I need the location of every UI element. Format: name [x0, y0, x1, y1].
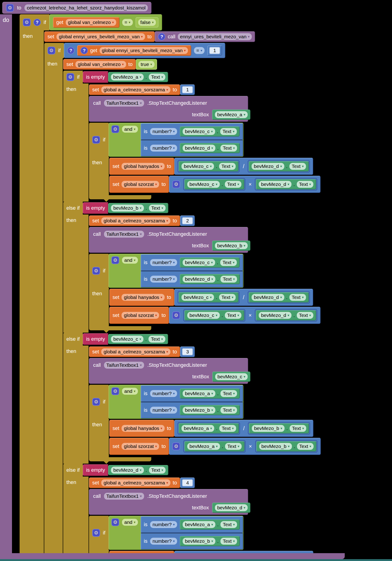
if-elseif-chain-block[interactable]: ⚙ if is empty bevMezo_a . Text — [63, 71, 321, 561]
component-property-block[interactable]: bevMezo_c . Text — [179, 292, 238, 302]
set-sorszama-block[interactable]: set global a_celmezo_sorszama to 4 — [89, 477, 195, 488]
component-property-block[interactable]: bevMezo_d . Text — [256, 310, 316, 320]
elseif-header[interactable]: else if — [63, 333, 83, 345]
variable-dropdown[interactable]: global ennyi_ures_beviteli_mezo_van — [56, 33, 145, 40]
inner-if-numbers-block[interactable]: ⚙ if ⚙ and — [89, 385, 321, 461]
gear-icon[interactable]: ⚙ — [66, 73, 74, 81]
component-property-block[interactable]: bevMezo_b . Text — [256, 441, 316, 452]
gear-icon[interactable]: ⚙ — [6, 4, 14, 12]
is-number-block[interactable]: is number? bevMezo_c . — [141, 123, 243, 140]
component-dropdown[interactable]: bevMezo_d — [183, 145, 215, 151]
division-block[interactable]: bevMezo_c . Text / — [174, 158, 313, 175]
number-block[interactable]: 3 — [180, 346, 195, 357]
gear-icon[interactable]: ⚙ — [23, 19, 31, 26]
set-van-celmezo-true-block[interactable]: set global van_celmezo to true — [63, 59, 157, 70]
procedure-name-field[interactable]: celmezot_letrehoz_ha_lehet_szorz_hanydos… — [24, 4, 148, 11]
gear-icon[interactable]: ⚙ — [92, 529, 100, 537]
component-dropdown[interactable]: TaifunTextbox1 — [104, 362, 144, 369]
property-dropdown[interactable]: Text — [220, 259, 237, 266]
variable-dropdown[interactable]: global szorzat — [122, 312, 159, 319]
if-header[interactable]: ⚙ if — [89, 516, 109, 550]
gear-icon[interactable]: ⚙ — [111, 387, 119, 395]
is-number-block[interactable]: is number? bevMezo_b . — [141, 533, 243, 550]
property-dropdown[interactable]: Text — [225, 181, 241, 188]
then-arm[interactable]: then — [63, 84, 89, 202]
if-header[interactable]: ⚙ if — [89, 123, 109, 157]
property-dropdown[interactable]: Text — [221, 390, 237, 397]
operator-dropdown[interactable]: = — [122, 19, 133, 26]
property-dropdown[interactable]: Text — [149, 467, 166, 474]
if-header[interactable]: ⚙ if — [44, 43, 64, 58]
component-dropdown[interactable]: bevMezo_c — [183, 128, 215, 135]
property-dropdown[interactable]: Text — [297, 312, 313, 319]
component-property-block[interactable]: bevMezo_b . Text — [180, 405, 240, 415]
component-dropdown[interactable]: bevMezo_c — [181, 294, 214, 301]
is-number-block[interactable]: is number? bevMezo_d . — [141, 271, 243, 287]
and-block[interactable]: ⚙ and is — [109, 123, 244, 157]
property-dropdown[interactable]: Text — [221, 538, 237, 545]
taifun-stoplistener-call-block[interactable]: call TaifunTextbox1 .StopTextChangedList… — [89, 96, 248, 122]
variable-dropdown[interactable]: global hanyados — [122, 425, 165, 432]
question-icon[interactable]: ? — [33, 19, 41, 26]
procedure-definition-block[interactable]: ⚙ to celmezot_letrehoz_ha_lehet_szorz_ha… — [2, 2, 151, 14]
property-dropdown[interactable]: Text — [219, 425, 236, 432]
component-dropdown[interactable]: bevMezo_d — [183, 276, 215, 282]
if-header[interactable]: ⚙ ? if — [20, 14, 49, 31]
property-dropdown[interactable]: Text — [289, 163, 306, 170]
component-dropdown[interactable]: bevMezo_b — [111, 205, 144, 212]
type-dropdown[interactable]: number? — [150, 538, 177, 545]
get-ennyi-ures-block[interactable]: ? get global ennyi_ures_beviteli_mezo_va… — [77, 45, 191, 56]
then-arm[interactable]: then — [63, 476, 89, 561]
gear-icon[interactable]: ⚙ — [92, 398, 100, 406]
gear-icon[interactable]: ⚙ — [111, 256, 119, 264]
if-block-van-celmezo[interactable]: ⚙ ? if get global van_celmezo = false — [20, 14, 321, 561]
multiplication-block[interactable]: ⚙ bevMezo_a . Text — [169, 438, 321, 455]
division-block[interactable]: bevMezo_c . Text / — [174, 289, 313, 306]
component-dropdown[interactable]: bevMezo_a — [111, 74, 144, 80]
property-dropdown[interactable]: Text — [149, 205, 166, 212]
do-arm[interactable]: do — [0, 14, 12, 561]
set-sorszama-block[interactable]: set global a_celmezo_sorszama to 3 — [89, 346, 195, 357]
operator-dropdown[interactable]: and — [122, 257, 138, 264]
property-dropdown[interactable]: Text — [225, 443, 242, 450]
component-property-block[interactable]: bevMezo_c . Text — [179, 161, 238, 171]
gear-icon[interactable]: ⚙ — [172, 312, 180, 319]
and-block[interactable]: ⚙ and is — [109, 516, 244, 550]
component-property-block[interactable]: bevMezo_d . Text — [180, 274, 240, 284]
property-dropdown[interactable]: Text — [225, 312, 241, 319]
if-header[interactable]: ⚙ if — [89, 385, 109, 419]
component-dropdown[interactable]: bevMezo_c — [187, 181, 220, 188]
variable-dropdown[interactable]: global van_celmezo — [66, 19, 116, 26]
component-dropdown[interactable]: bevMezo_b — [252, 425, 285, 432]
then-arm[interactable]: then — [63, 345, 89, 464]
is-number-block[interactable]: is number? bevMezo_c . — [141, 254, 243, 271]
component-dropdown[interactable]: bevMezo_a — [183, 521, 215, 528]
operator-dropdown[interactable]: and — [122, 519, 138, 526]
variable-dropdown[interactable]: global szorzat — [122, 443, 159, 450]
component-property-block[interactable]: bevMezo_d . Text — [256, 179, 316, 189]
property-dropdown[interactable]: Text — [221, 145, 237, 151]
equals-math-block[interactable]: ? ? get global ennyi_ures_beviteli_mezo_… — [64, 43, 225, 58]
type-dropdown[interactable]: number? — [150, 521, 177, 528]
true-block[interactable]: true — [136, 59, 157, 70]
gear-icon[interactable]: ⚙ — [172, 442, 180, 450]
gear-icon[interactable]: ⚙ — [92, 267, 100, 275]
component-block[interactable]: bevMezo_b — [212, 241, 250, 251]
component-dropdown[interactable]: bevMezo_b — [183, 538, 215, 545]
component-property-block[interactable]: bevMezo_d . Text — [249, 161, 309, 171]
component-property-block[interactable]: bevMezo_a . Text — [179, 423, 239, 433]
gear-icon[interactable]: ⚙ — [47, 47, 55, 54]
taifun-stoplistener-call-block[interactable]: call TaifunTextbox1 .StopTextChangedList… — [89, 489, 248, 515]
number-block[interactable]: 1 — [180, 85, 195, 95]
component-block[interactable]: bevMezo_d — [212, 503, 250, 513]
then-arm[interactable]: then — [89, 419, 109, 457]
property-dropdown[interactable]: Text — [221, 276, 237, 282]
component-dropdown[interactable]: bevMezo_c — [183, 259, 215, 266]
component-dropdown[interactable]: bevMezo_c — [215, 373, 248, 380]
gear-icon[interactable]: ⚙ — [92, 136, 100, 144]
false-block[interactable]: false — [136, 17, 159, 27]
component-property-block[interactable]: bevMezo_d . Text — [108, 465, 168, 475]
component-property-block[interactable]: bevMezo_a . Text — [108, 72, 168, 82]
multiplication-block[interactable]: ⚙ bevMezo_c . Text — [169, 307, 320, 324]
component-dropdown[interactable]: bevMezo_d — [215, 504, 248, 511]
